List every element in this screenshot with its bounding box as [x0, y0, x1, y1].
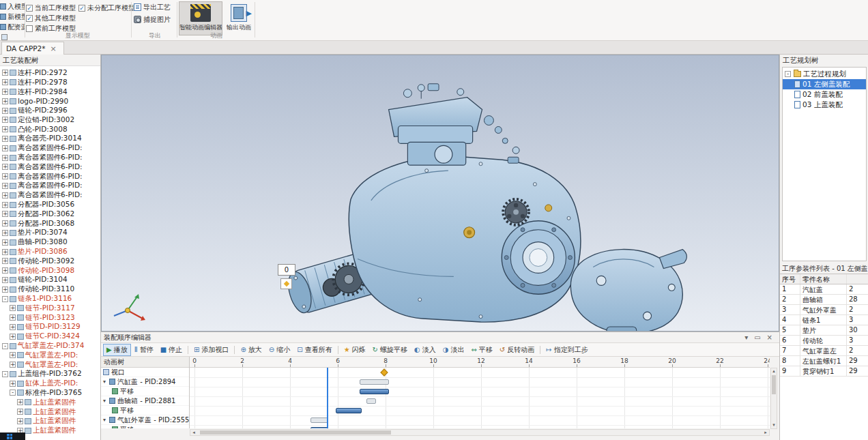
anim-tree-item[interactable]: 平移	[101, 425, 189, 428]
anim-tree-item[interactable]: ▾汽缸盖 - PID:2894	[101, 377, 189, 387]
tree-expander-icon[interactable]: +	[17, 409, 23, 415]
toolbar-reverse-animation-button[interactable]: ↺反转动画	[496, 344, 538, 356]
assembly-tree-item[interactable]: -气缸罩盖左-PID:374	[0, 341, 100, 351]
timeline-bar[interactable]	[366, 398, 376, 404]
assembly-tree-item[interactable]: +定位销-PID:3002	[0, 115, 100, 125]
tree-expander-icon[interactable]: +	[2, 136, 8, 142]
tree-expander-icon[interactable]: +	[2, 164, 8, 170]
assembly-tree-item[interactable]: -标准件-PID:3765	[0, 388, 100, 398]
tree-expander-icon[interactable]: +	[2, 126, 8, 132]
assembly-tree-item[interactable]: +分配器-PID:3068	[0, 219, 100, 229]
caret-down-icon[interactable]: ▾	[103, 398, 109, 404]
assembly-tree-item[interactable]: +上缸盖紧固件	[0, 416, 100, 426]
tree-expander-icon[interactable]: +	[2, 287, 8, 293]
tree-expander-icon[interactable]: +	[2, 249, 8, 255]
assembly-tree-item[interactable]: +链轮-PID:2996	[0, 106, 100, 115]
checkbox-2[interactable]: ✓其他工序模型	[26, 13, 76, 23]
assembly-tree-item[interactable]: +传动轮-PID:3110	[0, 284, 100, 294]
toolbar-fit-all-button[interactable]: ⊡查看所有	[293, 344, 335, 356]
toolbar-pause-button[interactable]: Ⅱ暂停	[131, 344, 157, 356]
collapse-icon[interactable]: ▾	[744, 334, 748, 341]
viewport-3d[interactable]: 0	[101, 55, 779, 332]
tree-expander-icon[interactable]: +	[17, 399, 23, 405]
parts-table-row[interactable]: 5垫片30	[780, 325, 868, 336]
tree-expander-icon[interactable]: +	[2, 117, 8, 123]
scroll-down-icon[interactable]: ▾	[771, 422, 777, 428]
timeline-ruler[interactable]: 024681012141618202224	[190, 357, 770, 368]
quick-button-3[interactable]: 配资源	[0, 22, 25, 32]
scroll-up-icon[interactable]: ▴	[771, 368, 777, 375]
tree-expander-icon[interactable]: +	[2, 202, 8, 208]
tree-expander-icon[interactable]: +	[2, 258, 8, 264]
assembly-tree-item[interactable]: +上缸盖紧固件	[0, 398, 100, 407]
assembly-tree-item[interactable]: +上缸盖紧固件	[0, 407, 100, 417]
quick-button-2[interactable]: 新模型	[0, 12, 25, 22]
assembly-tree-item[interactable]: +链节-PID:3123	[0, 313, 100, 323]
keyframe-marker[interactable]	[381, 368, 388, 376]
assembly-tree-item[interactable]: +垫片-PID:3086	[0, 247, 100, 256]
assembly-tree-item[interactable]: +分配器-PID:3056	[0, 200, 100, 209]
tree-expander-icon[interactable]: +	[2, 108, 8, 114]
caret-down-icon[interactable]: ▾	[103, 417, 109, 423]
tree-expander-icon[interactable]: -	[2, 371, 8, 377]
checkbox-box-icon[interactable]: ✓	[26, 5, 33, 12]
tree-expander-icon[interactable]: +	[17, 418, 23, 424]
toolbar-play-button[interactable]: ▶播放	[103, 344, 131, 356]
tab-da-capp2[interactable]: DA CAPP2* ×	[1, 42, 64, 55]
plan-item-3[interactable]: 03 上盖装配	[783, 100, 866, 110]
tree-expander-icon[interactable]: +	[2, 173, 8, 179]
scroll-left-icon[interactable]: ◂	[190, 430, 197, 435]
caret-down-icon[interactable]: ▾	[103, 379, 109, 385]
assembly-tree-item[interactable]: +凸轮-PID:3008	[0, 125, 100, 134]
assembly-tree-item[interactable]: +传动轮-PID:3098	[0, 266, 100, 276]
assembly-tree-item[interactable]: +离合器紧固件6-PID:	[0, 181, 100, 191]
checkbox-4[interactable]: ✓未分配工序模型	[78, 3, 135, 13]
assembly-tree-item[interactable]: +离合器紧固件6-PID:	[0, 153, 100, 162]
tree-expander-icon[interactable]: -	[10, 390, 16, 396]
timeline-vertical-scrollbar[interactable]: ▴ ▾	[770, 368, 777, 429]
timeline[interactable]: 024681012141618202224	[190, 357, 770, 428]
assembly-tree-item[interactable]: +离合器紧固件6-PID:	[0, 143, 100, 153]
float-icon[interactable]: ▭	[754, 334, 760, 341]
timeline-bar[interactable]	[310, 417, 328, 423]
capture-image-button[interactable]: 捕捉图片	[134, 14, 176, 25]
checkbox-box-icon[interactable]: ✓	[78, 5, 85, 12]
tree-expander-icon[interactable]: +	[2, 211, 8, 217]
assembly-tree-item[interactable]: +连杆-PID:2984	[0, 87, 100, 97]
assembly-tree-item[interactable]: +曲轴-PID:3080	[0, 237, 100, 247]
tree-expander-icon[interactable]: +	[2, 155, 8, 161]
tree-expander-icon[interactable]: +	[10, 305, 16, 311]
toolbar-zoom-in-button[interactable]: ⊕放大	[237, 344, 265, 356]
assembly-tree-item[interactable]: +分配器-PID:3062	[0, 209, 100, 219]
parts-table-row[interactable]: 4链条13	[780, 315, 868, 325]
parts-table-row[interactable]: 1汽缸盖2	[780, 284, 868, 295]
assembly-tree-item[interactable]: +垫片-PID:3074	[0, 229, 100, 238]
plan-item-2[interactable]: 02 前盖装配	[783, 89, 866, 100]
assembly-tree-item[interactable]: +logo-PID:2990	[0, 96, 100, 106]
close-icon[interactable]: ×	[767, 334, 772, 341]
smart-animation-editor-button[interactable]: 智能动画编辑器	[179, 1, 222, 35]
toolbar-add-viewport-button[interactable]: ⊞添加视口	[190, 344, 232, 356]
tree-expander-icon[interactable]: +	[2, 70, 8, 76]
tree-expander-icon[interactable]: -	[785, 71, 791, 77]
tree-expander-icon[interactable]: +	[2, 192, 8, 199]
tree-expander-icon[interactable]: +	[2, 277, 8, 283]
assembly-tree-item[interactable]: +链轮-PID:3104	[0, 276, 100, 285]
tree-expander-icon[interactable]: +	[2, 145, 8, 151]
assembly-tree-item[interactable]: +链节C-PID:3424	[0, 332, 100, 341]
tree-expander-icon[interactable]: +	[2, 89, 8, 95]
assembly-tree-item[interactable]: +离合器紧固件6-PID:	[0, 190, 100, 200]
toolbar-stop-button[interactable]: ■停止	[157, 344, 186, 356]
tab-close-icon[interactable]: ×	[50, 44, 57, 53]
plan-tree-root[interactable]: -工艺过程规划	[783, 69, 866, 79]
tree-expander-icon[interactable]: -	[2, 343, 8, 349]
toolbar-pan-button[interactable]: ⇔平移	[467, 344, 495, 356]
anim-tree-item[interactable]: 平移	[101, 406, 189, 415]
assembly-tree-item[interactable]: +链节D-PID:3129	[0, 323, 100, 332]
assembly-tree-item[interactable]: +传动轮-PID:3092	[0, 256, 100, 266]
assembly-tree-item[interactable]: +离合器紧固件6-PID:	[0, 172, 100, 181]
timeline-playhead[interactable]	[327, 368, 328, 428]
windows-logo-icon[interactable]	[7, 434, 12, 439]
tree-expander-icon[interactable]: +	[2, 230, 8, 236]
tree-expander-icon[interactable]: +	[10, 362, 16, 368]
